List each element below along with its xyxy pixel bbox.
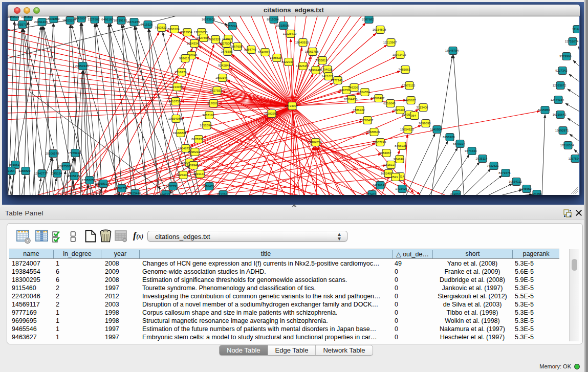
svg-text:19654923: 19654923 <box>400 128 414 131</box>
svg-text:6466160: 6466160 <box>101 18 114 21</box>
svg-text:18807249: 18807249 <box>373 141 386 144</box>
svg-text:16648784: 16648784 <box>445 49 459 52</box>
svg-text:2718176: 2718176 <box>175 71 187 74</box>
svg-text:8660124: 8660124 <box>167 28 180 31</box>
svg-text:8498222: 8498222 <box>188 150 200 154</box>
svg-text:6879197: 6879197 <box>453 142 465 145</box>
svg-text:1409948: 1409948 <box>186 164 199 167</box>
svg-text:19384554: 19384554 <box>308 141 322 144</box>
svg-text:2087682: 2087682 <box>362 18 374 21</box>
svg-text:19654985: 19654985 <box>168 117 182 120</box>
svg-text:39154: 39154 <box>8 169 15 172</box>
svg-text:10807487: 10807487 <box>371 97 385 100</box>
svg-text:3113400: 3113400 <box>417 106 429 109</box>
svg-text:1053594: 1053594 <box>200 124 212 127</box>
svg-text:1145194: 1145194 <box>51 172 63 175</box>
svg-text:12905135: 12905135 <box>67 174 80 178</box>
svg-text:10975887: 10975887 <box>58 165 72 168</box>
svg-text:12923446: 12923446 <box>127 192 141 195</box>
svg-text:2085531: 2085531 <box>8 16 19 18</box>
svg-text:10654112: 10654112 <box>509 180 522 183</box>
svg-text:9699695: 9699695 <box>419 122 431 125</box>
svg-text:3875685: 3875685 <box>221 50 233 53</box>
svg-text:9474444: 9474444 <box>465 149 477 152</box>
svg-text:1224455: 1224455 <box>530 192 542 195</box>
svg-text:7485063: 7485063 <box>398 68 410 71</box>
svg-text:6216045: 6216045 <box>383 102 396 105</box>
svg-text:9227342: 9227342 <box>555 69 568 72</box>
svg-text:19218506: 19218506 <box>276 24 290 27</box>
svg-text:1421022: 1421022 <box>321 75 334 78</box>
svg-text:11124: 11124 <box>572 28 579 31</box>
svg-text:1691144: 1691144 <box>193 172 206 176</box>
svg-text:7886322: 7886322 <box>353 108 365 112</box>
svg-text:14055714: 14055714 <box>15 23 29 26</box>
svg-text:5716485: 5716485 <box>202 185 214 188</box>
svg-text:845061: 845061 <box>9 163 20 166</box>
svg-text:8912954: 8912954 <box>180 31 192 34</box>
svg-text:16961758: 16961758 <box>305 50 319 53</box>
svg-text:1615137: 1615137 <box>384 163 396 166</box>
svg-text:13226058: 13226058 <box>194 31 208 34</box>
svg-text:1640954: 1640954 <box>430 128 442 131</box>
svg-text:7663822: 7663822 <box>155 26 167 29</box>
svg-text:8471676: 8471676 <box>498 171 511 174</box>
svg-text:9827508: 9827508 <box>197 36 209 39</box>
svg-text:14136141: 14136141 <box>373 184 386 187</box>
svg-text:17016504: 17016504 <box>560 144 574 147</box>
svg-text:13325419: 13325419 <box>283 32 297 35</box>
svg-text:12093872: 12093872 <box>553 84 567 87</box>
svg-text:12213967: 12213967 <box>383 41 397 44</box>
svg-text:10973493: 10973493 <box>393 53 406 56</box>
svg-text:8958928: 8958928 <box>443 136 455 139</box>
svg-text:9242848: 9242848 <box>218 64 230 67</box>
svg-text:7632621: 7632621 <box>487 164 499 167</box>
svg-text:1167534: 1167534 <box>569 157 579 160</box>
svg-text:964213: 964213 <box>160 193 170 195</box>
svg-text:16033809: 16033809 <box>202 18 215 21</box>
svg-text:10719185: 10719185 <box>114 19 127 22</box>
svg-text:16154838: 16154838 <box>373 28 386 31</box>
svg-text:15692971: 15692971 <box>555 129 569 132</box>
svg-text:16782759: 16782759 <box>114 187 128 190</box>
svg-text:10543342: 10543342 <box>187 42 201 45</box>
svg-text:17359924: 17359924 <box>68 151 81 155</box>
svg-text:917006: 917006 <box>207 102 218 105</box>
svg-text:1025438: 1025438 <box>393 108 405 112</box>
svg-text:8813054: 8813054 <box>267 18 279 21</box>
svg-text:19166827: 19166827 <box>173 132 187 135</box>
svg-text:9142026: 9142026 <box>74 17 86 20</box>
svg-text:8678335: 8678335 <box>191 138 204 141</box>
svg-text:1527602: 1527602 <box>88 18 100 21</box>
svg-text:824551: 824551 <box>450 193 461 195</box>
svg-text:12213369: 12213369 <box>169 85 183 89</box>
svg-text:1362615: 1362615 <box>296 64 308 68</box>
svg-text:15720407: 15720407 <box>360 119 374 122</box>
svg-text:9329966: 9329966 <box>559 55 572 58</box>
svg-text:3267130: 3267130 <box>202 114 214 117</box>
svg-text:984746: 984746 <box>394 158 404 161</box>
svg-text:9427552: 9427552 <box>210 89 222 92</box>
svg-text:8322037: 8322037 <box>281 60 294 63</box>
svg-text:12942737: 12942737 <box>34 172 48 175</box>
svg-text:15751074: 15751074 <box>565 40 579 43</box>
svg-text:964: 964 <box>411 114 417 117</box>
svg-text:1156829: 1156829 <box>19 169 31 172</box>
svg-text:18640910: 18640910 <box>295 41 309 44</box>
svg-text:20091406: 20091406 <box>34 20 48 24</box>
svg-text:9327508: 9327508 <box>219 42 231 45</box>
svg-text:10958127: 10958127 <box>96 182 110 185</box>
svg-text:8215953: 8215953 <box>538 108 550 112</box>
svg-text:1733426: 1733426 <box>395 187 407 190</box>
svg-text:3824554: 3824554 <box>358 91 370 94</box>
svg-text:6794028: 6794028 <box>320 68 333 71</box>
svg-text:8454749: 8454749 <box>244 48 256 51</box>
svg-text:12444154: 12444154 <box>551 98 564 101</box>
svg-text:2935114: 2935114 <box>476 157 488 160</box>
svg-text:871236: 871236 <box>217 193 228 195</box>
svg-text:16671355: 16671355 <box>126 20 140 24</box>
svg-text:1588520: 1588520 <box>270 56 282 59</box>
svg-text:20206578: 20206578 <box>46 152 59 155</box>
svg-text:2867608: 2867608 <box>230 45 243 48</box>
svg-text:9463627: 9463627 <box>404 99 416 102</box>
